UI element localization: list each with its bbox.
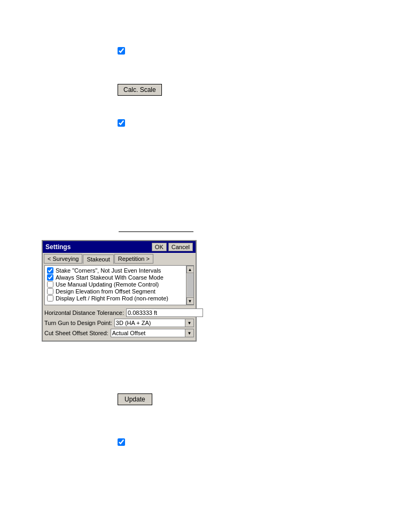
stake-corners-label: Stake "Corners", Not Just Even Intervals (56, 267, 161, 274)
field-row-tolerance: Horizontal Distance Tolerance: (44, 308, 194, 317)
checkbox-top-area (118, 47, 125, 55)
settings-titlebar-buttons: OK Cancel (152, 243, 193, 251)
cut-sheet-select-wrapper: Actual Offset Design Offset ▼ (111, 329, 194, 337)
field-row-cut-sheet: Cut Sheet Offset Stored: Actual Offset D… (44, 329, 194, 337)
tab-surveying[interactable]: < Surveying (44, 254, 82, 264)
always-start-checkbox[interactable] (47, 274, 53, 281)
list-item: Use Manual Updating (Remote Control) (47, 281, 191, 288)
design-elevation-checkbox[interactable] (47, 288, 53, 295)
checkbox-list-container: Stake "Corners", Not Just Even Intervals… (44, 265, 194, 305)
calc-scale-button[interactable]: Calc. Scale (118, 84, 162, 96)
display-left-right-label: Display Left / Right From Rod (non-remot… (56, 295, 168, 302)
tolerance-label: Horizontal Distance Tolerance: (44, 310, 124, 316)
scroll-down-arrow[interactable]: ▼ (186, 297, 194, 305)
checkbox-bottom-area (118, 438, 125, 446)
cut-sheet-label: Cut Sheet Offset Stored: (44, 330, 108, 336)
tab-repetition[interactable]: Repetition > (114, 254, 153, 264)
checkbox-middle[interactable] (118, 119, 125, 127)
list-item: Always Start Stakeout With Coarse Mode (47, 274, 191, 281)
settings-title: Settings (45, 243, 71, 251)
settings-tabs: < Surveying Stakeout Repetition > (43, 253, 196, 264)
tab-stakeout[interactable]: Stakeout (83, 254, 113, 264)
update-button[interactable]: Update (118, 393, 152, 405)
list-item: Display Left / Right From Rod (non-remot… (47, 295, 191, 302)
ok-button[interactable]: OK (152, 243, 167, 251)
manual-updating-checkbox[interactable] (47, 281, 53, 288)
display-left-right-checkbox[interactable] (47, 295, 53, 302)
scrollbar-right[interactable]: ▲ ▼ (186, 266, 193, 305)
turn-gun-label: Turn Gun to Design Point: (44, 320, 112, 326)
design-elevation-label: Design Elevation from Offset Segment (56, 288, 155, 295)
list-item: Stake "Corners", Not Just Even Intervals (47, 267, 191, 274)
list-item: Design Elevation from Offset Segment (47, 288, 191, 295)
checkbox-top[interactable] (118, 47, 125, 55)
scroll-up-arrow[interactable]: ▲ (186, 266, 194, 273)
always-start-label: Always Start Stakeout With Coarse Mode (56, 274, 164, 281)
cut-sheet-select[interactable]: Actual Offset Design Offset (111, 329, 193, 337)
scroll-thumb[interactable] (187, 274, 193, 297)
settings-dialog: Settings OK Cancel < Surveying Stakeout … (42, 240, 197, 342)
settings-fields: Horizontal Distance Tolerance: Turn Gun … (43, 307, 196, 341)
checkbox-middle-area (118, 119, 125, 127)
page-content: Calc. Scale Settings OK Cancel < Surveyi… (0, 0, 420, 510)
cancel-button[interactable]: Cancel (168, 243, 193, 251)
checkbox-list-inner: Stake "Corners", Not Just Even Intervals… (45, 266, 193, 304)
checkbox-bottom[interactable] (118, 438, 125, 446)
turn-gun-select[interactable]: 3D (HA + ZA) HA Only ZA Only (115, 319, 193, 327)
manual-updating-label: Use Manual Updating (Remote Control) (56, 281, 159, 288)
turn-gun-select-wrapper: 3D (HA + ZA) HA Only ZA Only ▼ (114, 319, 194, 327)
underline-divider (119, 231, 193, 232)
stake-corners-checkbox[interactable] (47, 267, 53, 274)
settings-titlebar: Settings OK Cancel (43, 241, 196, 253)
tolerance-input[interactable] (126, 308, 203, 317)
field-row-turn-gun: Turn Gun to Design Point: 3D (HA + ZA) H… (44, 319, 194, 327)
